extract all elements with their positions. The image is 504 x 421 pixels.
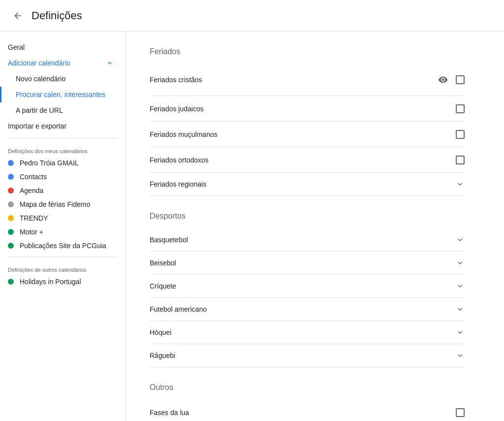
list-item-basquetebol[interactable]: Basquetebol (150, 228, 465, 252)
sidebar-section-meus-calendarios: Definições dos meus calendários (0, 142, 126, 156)
list-item-beisebol[interactable]: Beisebol (150, 252, 465, 275)
item-actions (456, 408, 465, 417)
chevron-down-icon (456, 235, 465, 244)
calendar-dot (8, 160, 14, 166)
page-title: Definições (32, 9, 82, 22)
header: Definições (0, 0, 504, 32)
section-title-desportos: Desportos (150, 212, 465, 221)
list-item-feriados-cristaos: Feriados cristãos (150, 64, 465, 96)
checkbox-fases-lua[interactable] (456, 408, 465, 417)
chevron-down-icon (456, 328, 465, 337)
section-desportos: Desportos Basquetebol Beisebol Críquete (150, 212, 465, 367)
chevron-down-icon (456, 351, 465, 360)
list-item-feriados-muculmanos: Feriados muçulmanos (150, 122, 465, 147)
sidebar-calendar-publicacoes[interactable]: Publicações Site da PCGuia (0, 239, 126, 253)
list-item-feriados-ortodoxos: Feriados ortodoxos (150, 147, 465, 173)
section-feriados: Feriados Feriados cristãos Feriados juda… (150, 47, 465, 196)
sidebar-subitem-novo-calendario[interactable]: Novo calendário (0, 71, 122, 87)
checkbox-feriados-muculmanos[interactable] (456, 130, 465, 139)
sidebar-subitem-a-partir-url[interactable]: A partir de URL (0, 102, 122, 118)
sidebar-calendar-mapa-ferias[interactable]: Mapa de férias Fidemo (0, 197, 126, 211)
list-item-feriados-judaicos: Feriados judaicos (150, 96, 465, 122)
chevron-down-icon (456, 282, 465, 291)
calendar-dot (8, 188, 14, 194)
sidebar-calendar-contacts[interactable]: Contacts (0, 170, 126, 184)
chevron-up-icon (106, 59, 114, 67)
sidebar-section-outros-calendarios: Definições de outros calendários (0, 261, 126, 275)
sidebar-item-geral[interactable]: Geral (0, 39, 122, 55)
calendar-dot (8, 279, 14, 285)
list-item-hoquei[interactable]: Hóquei (150, 321, 465, 344)
item-actions (434, 71, 465, 89)
calendar-dot (8, 243, 14, 249)
sidebar-subitem-procurar-calendarios[interactable]: Procurar calen. interessantes (0, 87, 122, 102)
sidebar-calendar-motor[interactable]: Motor + (0, 225, 126, 239)
section-outros: Outros Fases da lua (150, 383, 465, 421)
sidebar-divider-2 (8, 257, 118, 257)
sidebar-calendar-holidays-portugal[interactable]: Holidays in Portugal (0, 275, 126, 289)
item-actions (456, 130, 465, 139)
chevron-down-icon (456, 180, 465, 189)
item-actions (456, 156, 465, 164)
sidebar-calendar-agenda[interactable]: Agenda (0, 184, 126, 197)
back-button[interactable] (8, 6, 28, 26)
sidebar-item-adicionar-calendario[interactable]: Adicionar calendário (0, 55, 122, 71)
list-item-raguebi[interactable]: Râguebi (150, 344, 465, 367)
chevron-down-icon (456, 259, 465, 267)
sidebar-divider-1 (8, 138, 118, 138)
calendar-dot (8, 174, 14, 180)
calendar-dot (8, 215, 14, 221)
checkbox-feriados-judaicos[interactable] (456, 104, 465, 113)
layout: Geral Adicionar calendário Novo calendár… (0, 32, 504, 421)
item-actions (456, 104, 465, 113)
eye-button[interactable] (434, 71, 452, 89)
checkbox-feriados-ortodoxos[interactable] (456, 156, 465, 164)
sidebar-calendar-pedro-troia[interactable]: Pedro Tróia GMAIL (0, 156, 126, 170)
sidebar: Geral Adicionar calendário Novo calendár… (0, 32, 126, 421)
main-content: Feriados Feriados cristãos Feriados juda… (126, 32, 504, 421)
list-item-criquete[interactable]: Críquete (150, 275, 465, 298)
chevron-down-icon (456, 305, 465, 314)
list-item-fases-lua: Fases da lua (150, 400, 465, 421)
calendar-dot (8, 229, 14, 235)
sidebar-calendar-trendy[interactable]: TRENDY (0, 211, 126, 225)
calendar-dot (8, 201, 14, 207)
section-title-feriados: Feriados (150, 47, 465, 56)
sidebar-item-importar-exportar[interactable]: Importar e exportar (0, 118, 122, 134)
list-item-futebol-americano[interactable]: Futebol americano (150, 298, 465, 321)
checkbox-feriados-cristaos[interactable] (456, 75, 465, 84)
list-item-feriados-regionais[interactable]: Feriados regionais (150, 173, 465, 196)
section-title-outros: Outros (150, 383, 465, 392)
